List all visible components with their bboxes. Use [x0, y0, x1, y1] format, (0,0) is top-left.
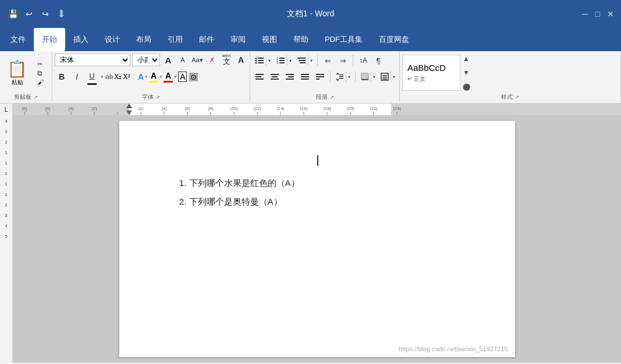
underline-button[interactable]: U — [85, 69, 99, 85]
styles-expand-icon[interactable]: ↗ — [515, 95, 519, 100]
line-spacing-btn[interactable]: ▾ — [333, 71, 352, 83]
svg-rect-18 — [271, 74, 279, 75]
menu-baidu[interactable]: 百度网盘 — [371, 28, 417, 51]
minimize-btn[interactable]: ─ — [583, 9, 588, 19]
styles-content: AaBbCcD ↵ 正文 ▲ ▼ ⬤ — [402, 52, 618, 93]
font-shrink-button[interactable]: A — [176, 53, 189, 66]
customize-access-toolbar[interactable]: ⬇ — [57, 8, 66, 20]
menu-review[interactable]: 审阅 — [222, 28, 254, 51]
shading-btn[interactable]: ▾ — [359, 71, 377, 83]
svg-text:|8|: |8| — [22, 106, 27, 111]
paragraph-label: 段落 ↗ — [253, 93, 397, 102]
menu-mailings[interactable]: 邮件 — [191, 28, 222, 51]
document-page[interactable]: 下列哪个水果是红色的（A） 下列哪个是奥特曼（A） https://blog.c… — [119, 121, 515, 357]
show-marks-button[interactable]: ¶ — [371, 53, 385, 67]
ribbon: 📋 粘贴 ✂ ⧉ 🖌 剪贴板 ↗ — [0, 51, 621, 104]
menu-layout[interactable]: 布局 — [128, 28, 159, 51]
vertical-ruler: 4 3 2 1 1 2 1 1 2 3 4 5 — [0, 115, 13, 363]
clipboard-expand-icon[interactable]: ↗ — [34, 95, 38, 100]
undo-icon[interactable]: ↩ — [23, 8, 35, 20]
svg-rect-23 — [286, 78, 294, 80]
underline-color — [87, 83, 97, 85]
cut-button[interactable]: ✂ — [36, 60, 45, 69]
font-color-button[interactable]: A — [164, 71, 173, 83]
char-shading-button[interactable]: ⊙ — [189, 73, 198, 81]
subscript-button[interactable]: X₂ — [114, 73, 122, 81]
redo-icon[interactable]: ↪ — [40, 8, 51, 20]
multilevel-list-icon — [297, 56, 306, 65]
menu-pdf[interactable]: PDF工具集 — [317, 28, 371, 51]
para-sep3 — [330, 71, 331, 83]
border-btn[interactable]: ▾ — [378, 71, 397, 83]
svg-rect-12 — [297, 58, 306, 59]
menu-design[interactable]: 设计 — [97, 28, 128, 51]
font-grow-button[interactable]: A — [162, 53, 175, 66]
align-justify-button[interactable] — [298, 70, 312, 84]
svg-rect-21 — [286, 74, 294, 75]
text-highlight-button[interactable]: A — [235, 53, 247, 66]
svg-text:|18|: |18| — [323, 106, 331, 111]
char-border-button[interactable]: A — [178, 72, 187, 82]
menu-view[interactable]: 视图 — [254, 28, 285, 51]
menu-home[interactable]: 开始 — [34, 28, 65, 51]
italic-button[interactable]: I — [70, 70, 84, 84]
menu-references[interactable]: 引用 — [159, 28, 191, 51]
menu-file[interactable]: 文件 — [2, 28, 34, 51]
clipboard-side: ✂ ⧉ 🖌 — [33, 59, 47, 87]
svg-rect-7 — [279, 58, 285, 59]
svg-rect-24 — [301, 74, 309, 75]
svg-rect-1 — [258, 58, 264, 59]
highlight-color-button[interactable]: A — [149, 71, 158, 83]
strikethrough-button[interactable]: ab — [105, 73, 113, 81]
superscript-button[interactable]: X² — [123, 73, 130, 81]
save-icon[interactable]: 💾 — [7, 8, 19, 20]
svg-rect-41 — [391, 104, 621, 115]
document-area[interactable]: 下列哪个水果是红色的（A） 下列哪个是奥特曼（A） https://blog.c… — [13, 115, 621, 363]
multilevel-list-btn[interactable]: ▾ — [294, 55, 314, 66]
format-painter-icon: 🖌 — [37, 78, 44, 85]
styles-scroll-down[interactable]: ▼ — [463, 69, 470, 77]
increase-indent-button[interactable]: ⇒ — [336, 53, 350, 67]
align-left-button[interactable] — [253, 70, 267, 84]
font-size-select[interactable]: 小四 — [132, 53, 160, 66]
ordered-list-btn[interactable]: 1. 2. 3. ▾ — [274, 55, 293, 66]
styles-more[interactable]: ⬤ — [463, 83, 470, 91]
style-normal-preview[interactable]: AaBbCcD ↵ 正文 — [402, 55, 460, 91]
vmark-4b: 4 — [0, 221, 12, 231]
menu-help[interactable]: 帮助 — [285, 28, 317, 51]
text-effect-button[interactable]: A — [138, 72, 144, 81]
svg-text:3.: 3. — [276, 61, 279, 65]
paste-button[interactable]: 📋 粘贴 — [2, 57, 32, 89]
clipboard-group: 📋 粘贴 ✂ ⧉ 🖌 剪贴板 ↗ — [0, 51, 52, 102]
menu-insert[interactable]: 插入 — [65, 28, 97, 51]
paragraph-expand-icon[interactable]: ↗ — [330, 95, 334, 100]
highlight-bar — [149, 81, 158, 83]
vmark-5: 5 — [0, 231, 12, 242]
font-label: 字体 ↗ — [55, 93, 247, 102]
bold-button[interactable]: B — [55, 70, 69, 84]
align-right-button[interactable] — [283, 70, 297, 84]
font-name-select[interactable]: 宋体 — [55, 53, 130, 66]
cursor-area — [166, 156, 469, 167]
change-case-button[interactable]: Aa▾ — [191, 53, 204, 66]
vmark-1b: 1 — [0, 158, 12, 169]
decrease-indent-button[interactable]: ⇐ — [321, 53, 335, 67]
unordered-list-btn[interactable]: ▾ — [253, 55, 272, 66]
distribute-button[interactable] — [313, 70, 327, 84]
clear-format-button[interactable]: ✗ — [205, 53, 218, 66]
align-center-button[interactable] — [268, 70, 282, 84]
pinyin-button[interactable]: wén 文 — [220, 53, 233, 66]
paragraph-group: ▾ 1. 2. 3. ▾ — [250, 51, 400, 102]
sort-button[interactable]: ↕A — [356, 53, 370, 67]
copy-button[interactable]: ⧉ — [36, 69, 45, 78]
vmark-4a: 4 — [0, 116, 12, 127]
maximize-btn[interactable]: □ — [595, 9, 600, 19]
font-expand-icon[interactable]: ↗ — [156, 95, 160, 100]
format-painter-button[interactable]: 🖌 — [36, 78, 45, 86]
close-btn[interactable]: ✕ — [607, 9, 614, 19]
vertical-ruler-marks: 4 3 2 1 1 2 1 1 2 3 4 5 — [0, 116, 12, 242]
styles-label: 样式 ↗ — [402, 93, 618, 102]
svg-rect-17 — [256, 78, 264, 80]
styles-scroll-up[interactable]: ▲ — [463, 55, 470, 63]
ruler-corner[interactable]: L — [0, 104, 13, 115]
